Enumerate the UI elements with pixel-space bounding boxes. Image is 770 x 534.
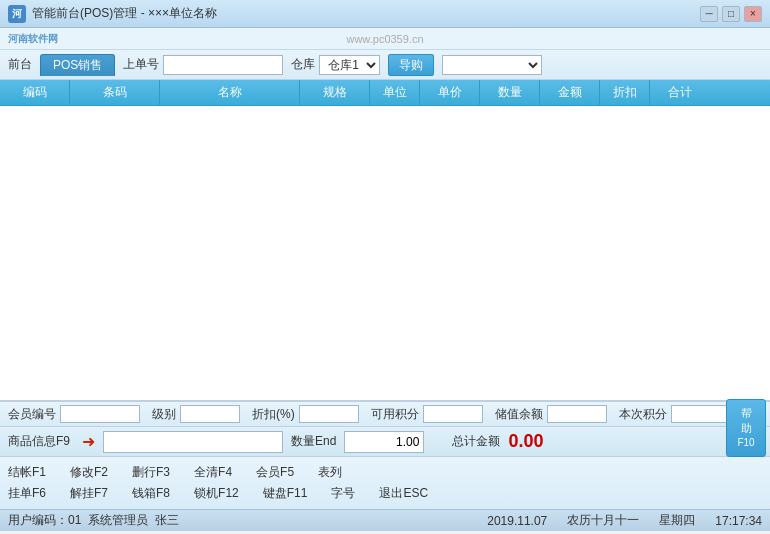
table-cols-section: 表列	[318, 464, 342, 481]
col-spec: 规格	[300, 80, 370, 105]
earn-points-field: 本次积分	[619, 405, 731, 423]
font-size-section: 字号	[331, 485, 355, 502]
status-time: 17:17:34	[715, 514, 762, 528]
help-icon-top: 帮	[741, 406, 752, 421]
col-name: 名称	[160, 80, 300, 105]
pos-sales-tab[interactable]: POS销售	[40, 54, 115, 76]
member-button[interactable]: 会员F5	[256, 464, 294, 481]
table-body	[0, 106, 770, 401]
order-section: 上单号	[123, 55, 283, 75]
qty-input[interactable]	[344, 431, 424, 453]
help-button[interactable]: 帮 助 F10	[726, 399, 766, 457]
action-bar: 结帐F1 修改F2 删行F3 全清F4 会员F5 表列 挂单F6 解挂F7 钱箱…	[0, 457, 770, 509]
keyboard-button[interactable]: 键盘F11	[263, 485, 308, 502]
warehouse-section: 仓库 仓库1	[291, 55, 380, 75]
level-input[interactable]	[180, 405, 240, 423]
order-input[interactable]	[163, 55, 283, 75]
level-label: 级别	[152, 406, 176, 423]
product-bar: 商品信息F9 ➜ 数量End 总计金额 0.00 帮 助 F10	[0, 427, 770, 457]
col-unit: 单位	[370, 80, 420, 105]
col-price: 单价	[420, 80, 480, 105]
points-label: 可用积分	[371, 406, 419, 423]
pos-section: 前台	[8, 56, 32, 73]
member-bar: 会员编号 级别 折扣(%) 可用积分 储值余额 本次积分	[0, 401, 770, 427]
action-row-1: 结帐F1 修改F2 删行F3 全清F4 会员F5 表列	[8, 464, 762, 481]
watermark-logo: 河南软件网	[8, 32, 58, 46]
earn-points-input[interactable]	[671, 405, 731, 423]
col-discount: 折扣	[600, 80, 650, 105]
member-id-input[interactable]	[60, 405, 140, 423]
close-button[interactable]: ×	[744, 6, 762, 22]
col-code: 编码	[0, 80, 70, 105]
minimize-button[interactable]: ─	[700, 6, 718, 22]
discount-field: 折扣(%)	[252, 405, 359, 423]
delete-row-button[interactable]: 删行F3	[132, 464, 170, 481]
points-field: 可用积分	[371, 405, 483, 423]
col-barcode: 条码	[70, 80, 160, 105]
warehouse-label: 仓库	[291, 56, 315, 73]
clear-all-button[interactable]: 全清F4	[194, 464, 232, 481]
product-info-input[interactable]	[103, 431, 283, 453]
import-select[interactable]	[442, 55, 542, 75]
import-button[interactable]: 导购	[388, 54, 434, 76]
balance-input[interactable]	[547, 405, 607, 423]
status-weekday: 星期四	[659, 512, 695, 529]
exit-button[interactable]: 退出ESC	[379, 485, 428, 502]
recall-order-button[interactable]: 解挂F7	[70, 485, 108, 502]
arrow-icon: ➜	[82, 432, 95, 451]
total-value: 0.00	[508, 431, 543, 452]
balance-field: 储值余额	[495, 405, 607, 423]
font-size-button[interactable]: 字号	[331, 485, 355, 502]
status-bar: 用户编码：01 系统管理员 张三 2019.11.07 农历十月十一 星期四 1…	[0, 509, 770, 531]
title-text: 管能前台(POS)管理 - ×××单位名称	[32, 5, 217, 22]
maximize-button[interactable]: □	[722, 6, 740, 22]
member-id-label: 会员编号	[8, 406, 56, 423]
title-left: 河 管能前台(POS)管理 - ×××单位名称	[8, 5, 217, 23]
warehouse-select[interactable]: 仓库1	[319, 55, 380, 75]
modify-button[interactable]: 修改F2	[70, 464, 108, 481]
watermark-url: www.pc0359.cn	[346, 33, 423, 45]
checkout-button[interactable]: 结帐F1	[8, 464, 46, 481]
product-info-label: 商品信息F9	[8, 433, 70, 450]
help-icon-bottom: 助	[741, 421, 752, 436]
col-qty: 数量	[480, 80, 540, 105]
table-cols-button[interactable]: 表列	[318, 464, 342, 481]
pos-label: 前台	[8, 56, 32, 73]
help-shortcut: F10	[737, 436, 754, 450]
toolbar: 前台 POS销售 上单号 仓库 仓库1 导购	[0, 50, 770, 80]
action-row-2: 挂单F6 解挂F7 钱箱F8 锁机F12 键盘F11 字号 退出ESC	[8, 485, 762, 502]
discount-label: 折扣(%)	[252, 406, 295, 423]
cash-drawer-button[interactable]: 钱箱F8	[132, 485, 170, 502]
points-input[interactable]	[423, 405, 483, 423]
user-code: 用户编码：01 系统管理员 张三	[8, 512, 179, 529]
lock-machine-button[interactable]: 锁机F12	[194, 485, 239, 502]
discount-input[interactable]	[299, 405, 359, 423]
level-field: 级别	[152, 405, 240, 423]
earn-points-label: 本次积分	[619, 406, 667, 423]
app-icon: 河	[8, 5, 26, 23]
qty-label: 数量End	[291, 433, 336, 450]
col-amount: 金额	[540, 80, 600, 105]
order-label: 上单号	[123, 56, 159, 73]
member-id-field: 会员编号	[8, 405, 140, 423]
status-date: 2019.11.07	[487, 514, 547, 528]
col-total: 合计	[650, 80, 710, 105]
balance-label: 储值余额	[495, 406, 543, 423]
total-label: 总计金额	[452, 433, 500, 450]
watermark-bar: 河南软件网 www.pc0359.cn	[0, 28, 770, 50]
table-header: 编码 条码 名称 规格 单位 单价 数量 金额 折扣 合计	[0, 80, 770, 106]
status-lunar: 农历十月十一	[567, 512, 639, 529]
hold-order-button[interactable]: 挂单F6	[8, 485, 46, 502]
title-bar: 河 管能前台(POS)管理 - ×××单位名称 ─ □ ×	[0, 0, 770, 28]
window-controls: ─ □ ×	[700, 6, 762, 22]
